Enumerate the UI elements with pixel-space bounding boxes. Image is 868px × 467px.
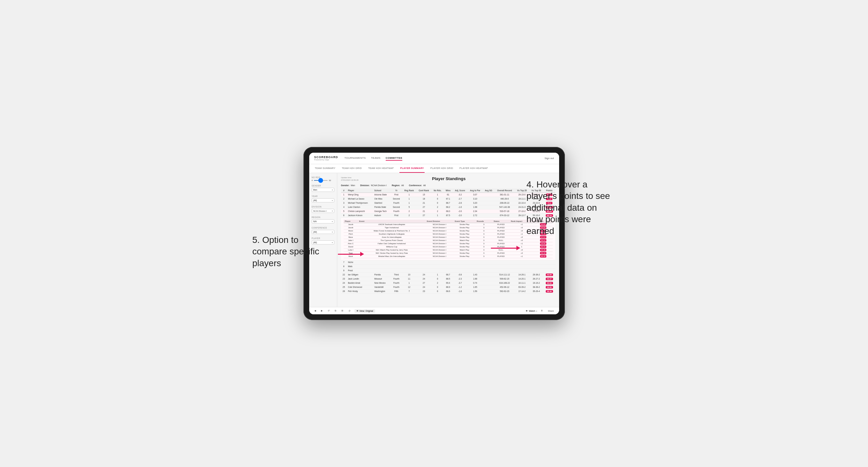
cell-vs-top25: 14-26-1: [515, 273, 529, 277]
popup-cell-event: Tiger Invitational: [358, 226, 426, 229]
popup-cell-rounds: 3: [475, 236, 493, 239]
nav-teams[interactable]: TEAMS: [371, 156, 381, 161]
sidebar-year-control[interactable]: (All) ▾: [312, 198, 334, 203]
toolbar-back-btn[interactable]: ◀: [313, 309, 317, 313]
sub-nav-player-summary[interactable]: PLAYER SUMMARY: [399, 164, 425, 173]
cell-school: Missouri: [373, 277, 391, 281]
update-time: Update time: 27/01/2024 16:56:26: [341, 176, 359, 182]
cell-overall: 547-142-38: [494, 205, 515, 209]
toolbar-forward-btn[interactable]: ▶: [320, 309, 324, 313]
popup-data-row: David Williams Cup NCAA Division I Strok…: [344, 245, 553, 248]
popup-data-row: Jake I The Cypress Point Classic NCAA Di…: [344, 239, 553, 242]
sub-nav-team-h2h-grid[interactable]: TEAM H2H GRID: [341, 164, 363, 173]
sub-nav-team-h2h-heatmap[interactable]: TEAM H2H HEATMAP: [368, 164, 395, 173]
popup-cell-event: Mirabel Maui Jim Intercollegiate: [358, 255, 426, 258]
sub-nav-team-summary[interactable]: TEAM SUMMARY: [314, 164, 336, 173]
cell-overall: 616-168-22: [494, 281, 515, 285]
toolbar-view-btn[interactable]: 👁 View: Original: [354, 309, 375, 313]
popup-cell-event-div: NCAA Division I: [426, 242, 454, 245]
cell-player: Michael Thorbjornsen: [346, 201, 373, 205]
tablet-frame: SCOREBOARD Powered by clippi TOURNAMENTS…: [304, 147, 565, 320]
logo-title: SCOREBOARD: [314, 156, 338, 159]
popup-cell-rounds: 3: [475, 223, 493, 226]
nav-tournaments[interactable]: TOURNAMENTS: [345, 156, 366, 161]
cell-avg-to-par: 3.07: [468, 192, 483, 197]
cell-avg-to-par: 1.68: [468, 277, 483, 281]
cell-no-rds: 1: [431, 192, 443, 197]
cell-yr: First: [391, 213, 402, 217]
sidebar-division-control[interactable]: NCAA Division I ▾: [312, 209, 334, 213]
cell-reg-rank: 1: [402, 201, 416, 205]
cell-player: Christo Lamprecht: [346, 209, 373, 213]
nav-committee[interactable]: COMMITTEE: [386, 156, 403, 161]
sidebar-range-slider[interactable]: [314, 180, 328, 181]
popup-cell-rounds: 3: [475, 229, 493, 232]
popup-cell-status: PLAYED: [492, 242, 509, 245]
table-row: 26 Petr Hruby Washington Fifth 7 23 0 68…: [341, 289, 555, 293]
sidebar-region: Region N/A ▾: [312, 216, 334, 223]
cell-vs-top50: 38-38-2: [529, 285, 544, 289]
toolbar-copy-btn[interactable]: ⧉: [334, 309, 338, 313]
popup-cell-event-type: Stroke Play: [454, 236, 475, 239]
cell-avg-sg: [483, 281, 494, 285]
popup-col-rounds: Rounds: [475, 220, 493, 223]
filter-gender-value: Men: [351, 184, 355, 186]
cell-player: Prest: [346, 269, 373, 273]
cell-no-rds: 0: [431, 277, 443, 281]
cell-avg-sg: [483, 209, 494, 213]
sign-out-link[interactable]: Sign out: [545, 157, 554, 160]
nav-links: TOURNAMENTS TEAMS COMMITTEE: [345, 156, 545, 161]
popup-cell-event-div: NCAA Division I: [426, 229, 454, 232]
sub-nav-player-h2h-heatmap[interactable]: PLAYER H2H HEATMAP: [459, 164, 488, 173]
cell-points[interactable]: 40.68: [544, 273, 555, 277]
cell-reg-rank: 1: [402, 197, 416, 201]
cell-adj-score: -1.6: [452, 205, 467, 209]
cell-points[interactable]: 40.27: [544, 277, 555, 281]
toolbar-refresh-btn[interactable]: ↺: [327, 309, 331, 313]
popup-data-row: Brent Wake Forest Invitational at Pinehu…: [344, 229, 553, 232]
popup-col-event-div: Event Division: [426, 220, 454, 223]
popup-header-row: Player Event Event Division Event Type R…: [344, 220, 553, 223]
cell-points[interactable]: 39.95: [544, 285, 555, 289]
toolbar-share-btn[interactable]: Share: [547, 309, 555, 313]
sidebar-conference-control[interactable]: (All) ▾: [312, 230, 334, 234]
chevron-icon: ▾: [332, 189, 333, 191]
popup-cell: Player Event Event Division Event Type R…: [341, 217, 555, 260]
cell-overall: 514-111-12: [494, 273, 515, 277]
cell-adj-score: -2.6: [452, 209, 467, 213]
sidebar-region-control[interactable]: N/A ▾: [312, 219, 334, 223]
cell-wins: 88.7: [444, 201, 453, 205]
toolbar-grid-btn[interactable]: ⊞: [340, 309, 345, 313]
popup-cell-event-type: Stroke Play: [454, 245, 475, 248]
popup-cell-rounds: 3: [475, 226, 493, 229]
toolbar-download-btn[interactable]: ⬇: [540, 309, 544, 313]
cell-overall: 440-26-6: [494, 197, 515, 201]
tablet-screen: SCOREBOARD Powered by clippi TOURNAMENTS…: [309, 153, 559, 314]
popup-col-event-type: Event Type: [454, 220, 475, 223]
cell-num: 22: [341, 273, 347, 277]
cell-overall: 562-62-23: [494, 289, 515, 293]
cell-avg-to-par: 2.72: [468, 213, 483, 217]
popup-cell-event-div: NCAA Division I: [426, 255, 454, 258]
popup-cell-rounds: 3: [475, 239, 493, 242]
sidebar-gender-control[interactable]: Men ▾: [312, 188, 334, 192]
standings-table: # Player School Yr Reg Rank Conf Rank No…: [341, 188, 555, 293]
cell-points[interactable]: 38.49: [544, 289, 555, 293]
arrowhead-right: [517, 246, 520, 250]
cell-num: 3: [341, 201, 347, 205]
chevron-icon: ▾: [332, 199, 333, 201]
cell-school: Auburn: [373, 213, 391, 217]
cell-adj-score: -2.8: [452, 201, 467, 205]
filter-division: Division: NCAA Division I: [360, 184, 387, 186]
toolbar-clock-btn[interactable]: ⏱: [347, 309, 352, 313]
sub-nav-player-h2h-grid[interactable]: PLAYER H2H GRID: [430, 164, 454, 173]
cell-points[interactable]: 40.02: [544, 281, 555, 285]
popup-cell-rounds: 3: [475, 232, 493, 236]
popup-cell-event-type: Stroke Play: [454, 251, 475, 255]
chevron-icon: ▾: [332, 220, 333, 222]
toolbar-watch-btn[interactable]: 👁 Watch ▾: [526, 310, 537, 312]
popup-cell-event-type: Match Play: [454, 248, 475, 251]
popup-cell-w-points: 56.18: [534, 251, 553, 255]
arrowhead-right: [360, 252, 364, 256]
nav-bar: SCOREBOARD Powered by clippi TOURNAMENTS…: [309, 153, 559, 164]
